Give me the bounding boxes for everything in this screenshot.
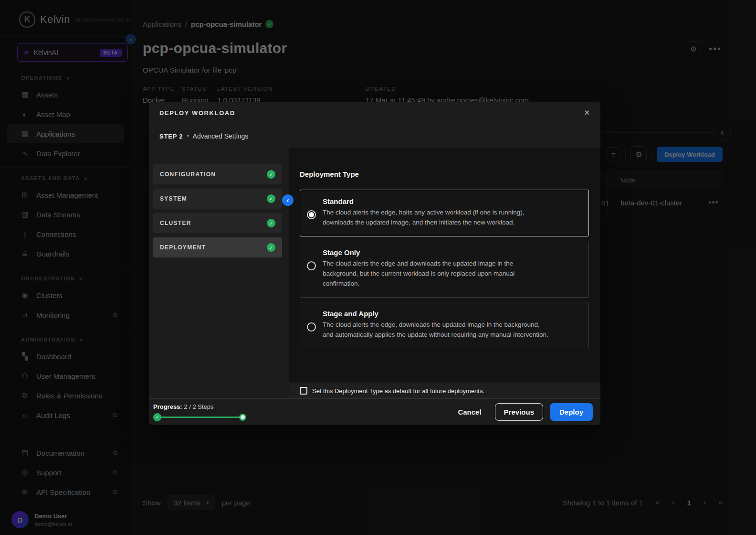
progress-end-dot bbox=[239, 414, 246, 421]
radio-stage-only[interactable] bbox=[307, 261, 316, 270]
default-deployment-row: Set this Deployment Type as default for … bbox=[289, 383, 600, 398]
step-configuration[interactable]: CONFIGURATION bbox=[153, 164, 282, 184]
step-cluster[interactable]: CLUSTER bbox=[153, 213, 282, 233]
collapse-steps-button[interactable] bbox=[282, 194, 294, 206]
modal-body: CONFIGURATION SYSTEM CLUSTER DEPLOYMENT … bbox=[149, 148, 600, 398]
check-circle-icon bbox=[267, 194, 275, 203]
close-icon[interactable] bbox=[584, 108, 590, 117]
progress-indicator: Progress: 2 / 2 Steps bbox=[153, 403, 246, 421]
step-deployment[interactable]: DEPLOYMENT bbox=[153, 237, 282, 257]
modal-title: DEPLOY WORKLOAD bbox=[159, 109, 235, 117]
wizard-steps: CONFIGURATION SYSTEM CLUSTER DEPLOYMENT bbox=[149, 148, 289, 398]
radio-standard[interactable] bbox=[307, 210, 316, 219]
modal-footer: Progress: 2 / 2 Steps Cancel Previous De… bbox=[149, 398, 600, 425]
deploy-button[interactable]: Deploy bbox=[550, 403, 593, 421]
default-deployment-label: Set this Deployment Type as default for … bbox=[312, 387, 484, 395]
progress-start-check-icon bbox=[153, 413, 161, 421]
deploy-workload-modal: DEPLOY WORKLOAD STEP 2 • Advanced Settin… bbox=[149, 102, 600, 425]
step-indicator: STEP 2 • Advanced Settings bbox=[149, 124, 600, 148]
step-system[interactable]: SYSTEM bbox=[153, 189, 282, 209]
previous-button[interactable]: Previous bbox=[495, 403, 543, 421]
option-standard[interactable]: Standard The cloud alerts the edge, halt… bbox=[300, 190, 589, 236]
deployment-type-pane: Deployment Type Standard The cloud alert… bbox=[289, 148, 600, 398]
check-circle-icon bbox=[267, 219, 275, 227]
option-stage-only[interactable]: Stage Only The cloud alerts the edge and… bbox=[300, 241, 589, 298]
radio-stage-and-apply[interactable] bbox=[307, 322, 316, 332]
section-title: Deployment Type bbox=[300, 170, 589, 178]
progress-track bbox=[161, 417, 239, 418]
check-circle-icon bbox=[267, 243, 275, 252]
cancel-button[interactable]: Cancel bbox=[451, 404, 488, 420]
check-circle-icon bbox=[267, 170, 275, 179]
option-stage-and-apply[interactable]: Stage and Apply The cloud alerts the edg… bbox=[300, 302, 589, 349]
modal-header: DEPLOY WORKLOAD bbox=[149, 102, 600, 124]
default-deployment-checkbox[interactable] bbox=[300, 387, 307, 395]
chevron-left-icon bbox=[287, 196, 289, 204]
